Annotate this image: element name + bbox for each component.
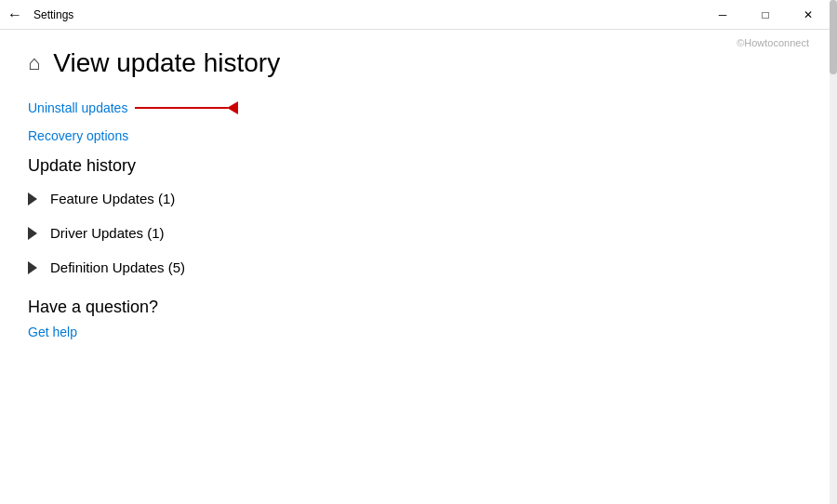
scrollbar-thumb[interactable] [830, 0, 837, 74]
chevron-right-icon [28, 261, 37, 274]
feature-updates-label: Feature Updates (1) [50, 191, 175, 206]
uninstall-row: Uninstall updates [28, 100, 809, 115]
arrow-line [135, 107, 228, 109]
title-bar-controls: ─ □ ✕ [701, 0, 830, 30]
question-section: Have a question? Get help [28, 298, 809, 339]
update-history-heading: Update history [28, 156, 809, 176]
uninstall-updates-link[interactable]: Uninstall updates [28, 100, 127, 115]
definition-updates-label: Definition Updates (5) [50, 259, 185, 275]
question-heading: Have a question? [28, 298, 809, 317]
driver-updates-label: Driver Updates (1) [50, 225, 165, 241]
page-title: View update history [53, 48, 280, 78]
content-area: ©Howtoconnect ⌂ View update history Unin… [0, 30, 837, 371]
chevron-right-icon [28, 192, 37, 206]
driver-updates-item[interactable]: Driver Updates (1) [28, 225, 809, 241]
scrollbar[interactable] [830, 0, 837, 504]
title-bar: ← Settings ─ □ ✕ [0, 0, 837, 30]
get-help-link[interactable]: Get help [28, 325, 809, 339]
close-button[interactable]: ✕ [787, 0, 830, 30]
recovery-options-link[interactable]: Recovery options [28, 128, 809, 143]
arrow-annotation [135, 101, 238, 114]
watermark: ©Howtoconnect [737, 37, 809, 48]
title-bar-title: Settings [33, 8, 73, 21]
title-bar-left: ← Settings [7, 7, 73, 23]
back-button[interactable]: ← [7, 7, 22, 23]
maximize-button[interactable]: □ [744, 0, 787, 30]
definition-updates-item[interactable]: Definition Updates (5) [28, 259, 809, 275]
page-header: ⌂ View update history [28, 48, 809, 78]
feature-updates-item[interactable]: Feature Updates (1) [28, 191, 809, 206]
home-icon: ⌂ [28, 51, 40, 75]
arrow-head [227, 101, 238, 114]
minimize-button[interactable]: ─ [701, 0, 744, 30]
chevron-right-icon [28, 227, 37, 240]
